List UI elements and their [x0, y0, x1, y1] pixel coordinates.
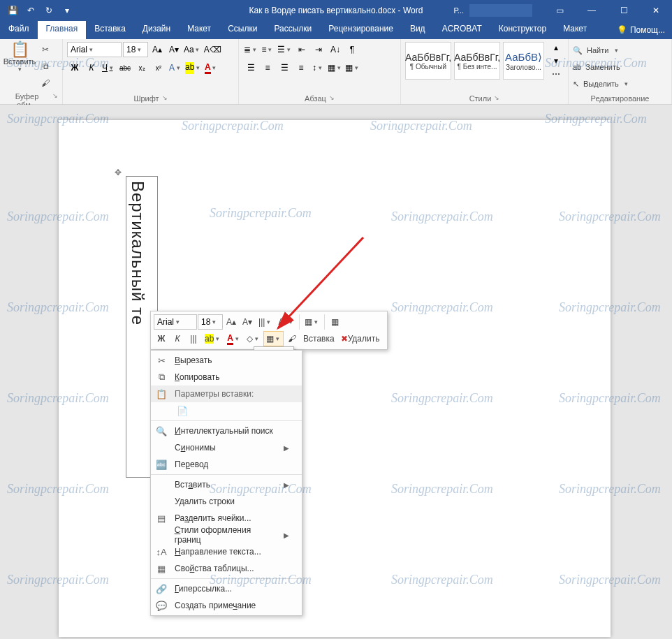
close-icon[interactable]: ✕: [640, 0, 672, 21]
paste-button[interactable]: 📋 Вставить ▾: [4, 42, 35, 73]
mini-format-painter-icon[interactable]: 🖌: [284, 331, 300, 346]
mini-fontcolor-icon[interactable]: A▾: [224, 331, 243, 346]
mini-columns-icon[interactable]: |||▾: [256, 314, 275, 330]
tab-file[interactable]: Файл: [0, 21, 38, 39]
indent-dec-icon[interactable]: ⇤: [294, 42, 309, 57]
ctx-text-direction[interactable]: ↕AНаправление текста...: [151, 543, 302, 560]
tab-mailings[interactable]: Рассылки: [265, 21, 320, 39]
cut-icon[interactable]: ✂: [38, 42, 53, 57]
maximize-icon[interactable]: ☐: [608, 0, 640, 21]
undo-icon[interactable]: ↶: [22, 2, 39, 19]
anchor-icon[interactable]: ✥: [115, 168, 122, 177]
bullets-icon[interactable]: ≣▾: [243, 42, 258, 57]
ctx-border-styles[interactable]: Стили оформления границ▶: [151, 527, 302, 543]
styles-more-icon[interactable]: ⋯: [548, 68, 564, 80]
styles-up-icon[interactable]: ▴: [548, 42, 564, 54]
mini-align-icon[interactable]: |||: [186, 331, 201, 346]
style-no-spacing[interactable]: АаБбВвГг, ¶ Без инте...: [454, 42, 500, 80]
ctx-smart-lookup[interactable]: 🔍Интеллектуальный поиск: [151, 423, 302, 439]
replace-button[interactable]: abЗаменить: [573, 60, 620, 74]
mini-font-combo[interactable]: Arial▾: [154, 314, 197, 330]
align-right-icon[interactable]: ☰: [277, 60, 292, 75]
tab-home[interactable]: Главная: [38, 21, 87, 39]
mini-delete-button[interactable]: ✖Удалить: [338, 331, 383, 346]
select-button[interactable]: ↖Выделить▾: [573, 77, 630, 91]
ctx-hyperlink[interactable]: 🔗Гиперссылка...: [151, 580, 302, 597]
tab-insert[interactable]: Вставка: [86, 21, 134, 39]
clear-format-icon[interactable]: A⌫: [203, 42, 222, 57]
tab-table-layout[interactable]: Макет: [555, 21, 595, 39]
bold-button[interactable]: Ж: [67, 60, 82, 75]
font-name-combo[interactable]: Arial▾: [67, 42, 122, 57]
styles-dialog-icon[interactable]: ↘: [494, 94, 499, 103]
tab-review[interactable]: Рецензирование: [320, 21, 402, 39]
mini-size-combo[interactable]: 18▾: [198, 314, 223, 330]
ctx-new-comment[interactable]: 💬Создать примечание: [151, 597, 302, 614]
ctx-synonyms[interactable]: Синонимы▶: [151, 439, 302, 456]
multilevel-icon[interactable]: ☰▾: [277, 42, 293, 57]
show-marks-icon[interactable]: ¶: [344, 42, 360, 57]
save-icon[interactable]: 💾: [4, 2, 21, 19]
underline-button[interactable]: Ч▾: [101, 60, 116, 75]
minimize-icon[interactable]: —: [576, 0, 608, 21]
align-left-icon[interactable]: ☰: [243, 60, 258, 75]
ribbon-options-icon[interactable]: ▭: [543, 0, 576, 21]
redo-icon[interactable]: ↻: [41, 2, 57, 19]
ctx-cut[interactable]: ✂Вырезать: [151, 352, 302, 369]
mini-insert-table-icon[interactable]: ▦▾: [302, 314, 322, 330]
styles-down-icon[interactable]: ▾: [548, 55, 564, 67]
para-dialog-icon[interactable]: ↘: [329, 94, 335, 103]
qa-customize-icon[interactable]: ▾: [59, 2, 75, 19]
mini-grow-font-icon[interactable]: A▴: [224, 314, 239, 330]
format-painter-icon[interactable]: 🖌: [38, 75, 53, 91]
mini-shading-icon[interactable]: ◇▾: [244, 331, 263, 346]
tell-me[interactable]: 💡 Помощ...: [610, 21, 672, 39]
superscript-button[interactable]: x²: [151, 60, 166, 75]
strike-button[interactable]: abc: [117, 60, 133, 75]
grow-font-icon[interactable]: A▴: [149, 42, 165, 57]
copy-icon[interactable]: ⧉: [38, 59, 53, 74]
mini-italic-button[interactable]: К: [170, 331, 185, 346]
mini-table-grid-icon[interactable]: ▦: [327, 314, 342, 330]
font-color-icon[interactable]: A▾: [203, 60, 219, 75]
mini-highlight-icon[interactable]: ab▾: [202, 331, 224, 346]
ctx-translate[interactable]: 🔤Перевод: [151, 456, 302, 473]
ctx-split-cells[interactable]: ▤Разделить ячейки...: [151, 510, 302, 527]
indent-inc-icon[interactable]: ⇥: [311, 42, 326, 57]
document-area[interactable]: ✥ Вертикальный те Arial▾ 18▾ A▴ A▾ |||▾ …: [0, 105, 672, 639]
line-spacing-icon[interactable]: ↕▾: [310, 60, 326, 75]
sort-icon[interactable]: A↓: [328, 42, 343, 57]
mini-insert-button[interactable]: Вставка: [300, 331, 337, 346]
mini-bold-button[interactable]: Ж: [154, 331, 169, 346]
ctx-paste-option-1[interactable]: 📄: [151, 402, 302, 419]
tab-references[interactable]: Ссылки: [219, 21, 265, 39]
ctx-insert[interactable]: Вставить▶: [151, 476, 302, 493]
mini-styles-icon[interactable]: Aᵃ▾: [275, 314, 297, 330]
highlight-icon[interactable]: ab▾: [184, 60, 202, 75]
font-size-combo[interactable]: 18▾: [123, 42, 148, 57]
tab-view[interactable]: Вид: [402, 21, 434, 39]
italic-button[interactable]: К: [84, 60, 99, 75]
numbering-icon[interactable]: ≡▾: [260, 42, 275, 57]
text-effects-icon[interactable]: A▾: [168, 60, 183, 75]
ctx-copy[interactable]: ⧉Копировать: [151, 369, 302, 385]
justify-icon[interactable]: ≡: [293, 60, 309, 75]
tab-table-design[interactable]: Конструктор: [490, 21, 555, 39]
font-dialog-icon[interactable]: ↘: [162, 94, 168, 103]
account-area[interactable]: Р...: [454, 4, 532, 17]
ctx-delete-rows[interactable]: Удалить строки: [151, 493, 302, 510]
subscript-button[interactable]: x₂: [134, 60, 149, 75]
tab-design[interactable]: Дизайн: [134, 21, 179, 39]
shading-icon[interactable]: ▦▾: [327, 60, 343, 75]
change-case-icon[interactable]: Aa▾: [183, 42, 202, 57]
align-center-icon[interactable]: ≡: [260, 60, 275, 75]
ctx-table-props[interactable]: ▦Свойства таблицы...: [151, 560, 302, 577]
find-button[interactable]: 🔍Найти▾: [573, 43, 620, 57]
style-heading1[interactable]: АаБбВ⟩ Заголово...: [503, 42, 544, 80]
mini-shrink-font-icon[interactable]: A▾: [240, 314, 255, 330]
tab-layout[interactable]: Макет: [179, 21, 219, 39]
borders-icon[interactable]: ▦▾: [344, 60, 360, 75]
mini-borders-button[interactable]: ▦▾: [263, 331, 284, 346]
tab-acrobat[interactable]: ACROBAT: [434, 21, 490, 39]
style-normal[interactable]: АаБбВвГг, ¶ Обычный: [405, 42, 451, 80]
